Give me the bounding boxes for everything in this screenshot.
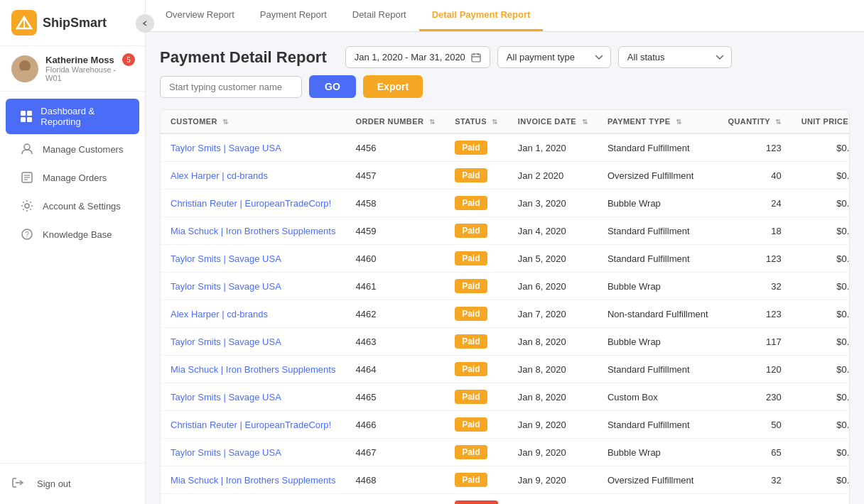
cell-customer: Alex Harper | cd-brands [161, 162, 345, 190]
report-header: Payment Detail Report Jan 1, 2020 - Mar … [160, 46, 850, 98]
tab-detail[interactable]: Detail Report [340, 0, 419, 31]
svg-rect-5 [21, 111, 26, 116]
sidebar-item-orders[interactable]: Manage Orders [6, 164, 139, 191]
cell-status: Paid [445, 439, 508, 466]
col-header-quantity[interactable]: QUANTITY ⇅ [718, 110, 792, 133]
tab-payment[interactable]: Payment Report [247, 0, 340, 31]
tab-overview[interactable]: Overview Report [153, 0, 247, 31]
table-row: Taylor Smits | Savage USA 4463 Paid Jan … [161, 328, 850, 356]
cell-quantity: 230 [718, 383, 792, 411]
sort-icon-payment-type: ⇅ [676, 118, 681, 126]
app-logo: ShipSmart [0, 0, 145, 46]
date-picker-button[interactable]: Jan 1, 2020 - Mar 31, 2020 [345, 46, 490, 68]
table-row: Mia Schuck | Iron Brothers Supplements 4… [161, 217, 850, 245]
sort-icon-quantity: ⇅ [775, 118, 781, 126]
customer-link[interactable]: Mia Schuck | Iron Brothers Supplements [171, 364, 335, 375]
cell-unit-price: $0.10 [792, 383, 850, 411]
go-button[interactable]: GO [309, 75, 356, 98]
payment-type-filter[interactable]: All payment type [497, 46, 611, 68]
cell-status: Paid [445, 273, 508, 300]
status-filter[interactable]: All status [618, 46, 732, 68]
col-header-payment-type[interactable]: PAYMENT TYPE ⇅ [598, 110, 718, 133]
cell-order: 4459 [345, 217, 445, 245]
cell-date: Jan 8, 2020 [508, 356, 598, 383]
shipsmart-logo-icon [11, 10, 37, 35]
cell-status: Paid [445, 190, 508, 217]
table-row: Christian Reuter | EuropeanTradeCorp! 44… [161, 190, 850, 217]
settings-icon [17, 199, 37, 212]
svg-rect-18 [472, 54, 480, 62]
cell-payment-type: Bubble Wrap [598, 328, 718, 356]
orders-icon [17, 171, 37, 184]
sidebar-item-customers[interactable]: Manage Customers [6, 136, 139, 163]
customer-link[interactable]: Mia Schuck | Iron Brothers Supplements [171, 475, 335, 486]
cell-order: 4469 [345, 494, 445, 505]
cell-unit-price: $0.85 [792, 356, 850, 383]
customer-link[interactable]: Taylor Smits | Savage USA [171, 281, 281, 292]
cell-status: Unpaid [445, 494, 508, 505]
col-header-unit-price[interactable]: UNIT PRICE ⇅ [792, 110, 850, 133]
cell-unit-price: $0.25 [792, 466, 850, 494]
calendar-icon [471, 53, 481, 62]
cell-unit-price: $0.85 [792, 245, 850, 273]
export-button[interactable]: Export [363, 75, 423, 98]
customer-link[interactable]: Taylor Smits | Savage USA [171, 447, 281, 458]
cell-date: Jan 9, 2020 [508, 494, 598, 505]
customer-link[interactable]: Taylor Smits | Savage USA [171, 336, 281, 347]
cell-unit-price: $0.90 [792, 300, 850, 328]
data-table-wrapper: CUSTOMER ⇅ ORDER NUMBER ⇅ STATUS ⇅ INV [160, 109, 850, 504]
cell-date: Jan 2 2020 [508, 162, 598, 190]
customer-link[interactable]: Taylor Smits | Savage USA [171, 253, 281, 264]
col-header-customer[interactable]: CUSTOMER ⇅ [161, 110, 345, 133]
app-name: ShipSmart [43, 16, 107, 31]
user-profile-section: Katherine Moss Florida Warehouse - W01 5 [0, 46, 145, 92]
cell-unit-price: $0.15 [792, 162, 850, 190]
col-header-invoice-date[interactable]: INVOICE DATE ⇅ [508, 110, 598, 133]
sort-icon-customer: ⇅ [222, 118, 228, 126]
svg-point-3 [19, 60, 31, 72]
customer-link[interactable]: Alex Harper | cd-brands [171, 170, 268, 181]
cell-status: Paid [445, 383, 508, 411]
customer-search-input[interactable] [160, 76, 302, 98]
status-badge: Paid [455, 390, 487, 404]
tab-detail-payment[interactable]: Detail Payment Report [419, 0, 544, 31]
status-badge: Paid [455, 141, 487, 155]
status-badge: Paid [455, 417, 487, 432]
cell-payment-type: Bubble Wrap [598, 439, 718, 466]
cell-quantity: 123 [718, 245, 792, 273]
status-badge: Paid [455, 445, 487, 459]
cell-order: 4458 [345, 190, 445, 217]
status-badge: Paid [455, 473, 487, 487]
cell-quantity: 123 [718, 133, 792, 162]
cell-status: Paid [445, 133, 508, 162]
cell-date: Jan 4, 2020 [508, 217, 598, 245]
sidebar-collapse-button[interactable] [136, 14, 154, 33]
customer-link[interactable]: Alex Harper | cd-brands [171, 309, 268, 319]
customer-link[interactable]: Taylor Smits | Savage USA [171, 143, 281, 153]
status-badge: Paid [455, 362, 487, 376]
status-badge: Paid [455, 196, 487, 210]
table-row: Christian Reuter | EuropeanTradeCorp! 44… [161, 411, 850, 439]
cell-quantity: 72 [718, 494, 792, 505]
customer-link[interactable]: Mia Schuck | Iron Brothers Supplements [171, 226, 335, 236]
cell-unit-price: $0.85 [792, 411, 850, 439]
sidebar-item-orders-label: Manage Orders [43, 172, 107, 183]
customer-link[interactable]: Taylor Smits | Savage USA [171, 392, 281, 402]
sign-out-button[interactable]: Sign out [11, 472, 134, 495]
sidebar-item-settings[interactable]: Account & Settings [6, 192, 139, 219]
sidebar-item-knowledge-label: Knowledge Base [43, 229, 112, 240]
main-content: Overview Report Payment Report Detail Re… [146, 0, 864, 504]
col-header-order[interactable]: ORDER NUMBER ⇅ [345, 110, 445, 133]
user-name: Katherine Moss [45, 55, 134, 65]
cell-order: 4457 [345, 162, 445, 190]
cell-customer: Taylor Smits | Savage USA [161, 439, 345, 466]
col-header-status[interactable]: STATUS ⇅ [445, 110, 508, 133]
notification-badge[interactable]: 5 [122, 53, 135, 66]
sidebar-item-dashboard[interactable]: Dashboard & Reporting [6, 99, 139, 134]
sidebar-item-knowledge[interactable]: ? Knowledge Base [6, 221, 139, 248]
cell-quantity: 32 [718, 273, 792, 300]
cell-customer: Taylor Smits | Savage USA [161, 245, 345, 273]
customer-link[interactable]: Christian Reuter | EuropeanTradeCorp! [171, 420, 331, 430]
customer-link[interactable]: Christian Reuter | EuropeanTradeCorp! [171, 198, 331, 209]
cell-unit-price: $0.90 [792, 494, 850, 505]
